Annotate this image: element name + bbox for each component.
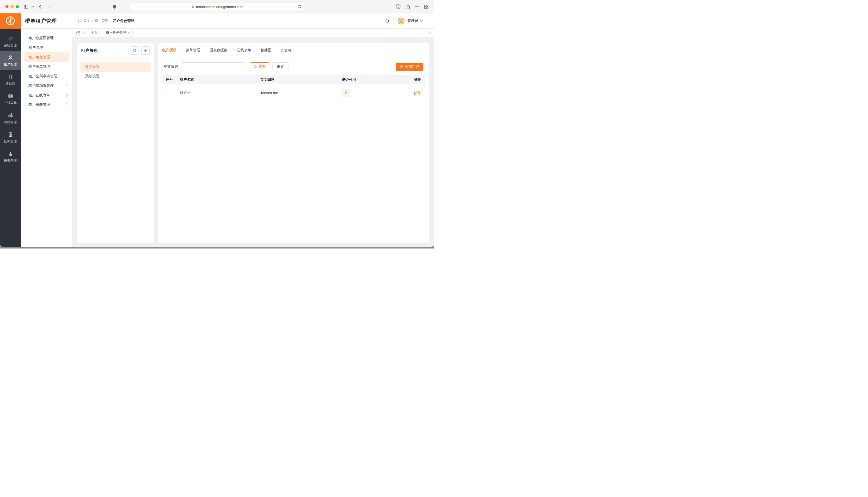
tab-tenant-auth[interactable]: 租户授权 xyxy=(162,45,177,56)
search-icon xyxy=(254,65,257,69)
bar-chart-icon xyxy=(8,151,13,157)
tab-carousel[interactable]: 轮播图 xyxy=(261,45,272,56)
page-title: 橙单租户管理 xyxy=(25,17,57,25)
home-icon xyxy=(78,19,81,23)
collapse-menu-icon[interactable] xyxy=(75,30,81,35)
close-window-button[interactable] xyxy=(5,5,9,8)
minimize-window-button[interactable] xyxy=(11,5,14,8)
search-label: 英文编码 xyxy=(164,65,178,69)
tab-scroll-right-icon[interactable] xyxy=(429,31,431,34)
forward-icon[interactable] xyxy=(47,0,51,13)
menu-item-tenant-report[interactable]: 租户报表管理 xyxy=(20,100,72,110)
menu-item-tenant-role[interactable]: 租户角色管理 xyxy=(24,52,69,62)
zoom-window-button[interactable] xyxy=(16,5,19,8)
role-item-system[interactable]: 系统设置 xyxy=(80,72,151,81)
lock-icon xyxy=(191,5,195,9)
menu-item-tenant-menu[interactable]: 租户菜单管理 xyxy=(20,62,72,71)
user-name[interactable]: 管理员 xyxy=(408,18,418,23)
cell-english-code: TenantOne xyxy=(260,91,342,95)
query-button[interactable]: 查询 xyxy=(250,62,270,71)
tab-home[interactable]: 主页 xyxy=(88,30,100,36)
tab-tenant-role[interactable]: 租户角色管理 xyxy=(103,30,133,36)
table-row: 1 租户一 TenantOne 是 移除 xyxy=(162,84,425,102)
sidebar-toggle-icon[interactable] xyxy=(24,0,29,13)
plus-icon xyxy=(144,49,148,53)
chevron-right-icon xyxy=(66,103,68,106)
mobile-icon xyxy=(8,74,13,80)
tab-menu-mgmt[interactable]: 菜单管理 xyxy=(186,45,200,56)
divider xyxy=(394,18,394,24)
sidebar-item-online-form[interactable]: 在线表单 xyxy=(0,90,20,109)
table-header: 序号 租户名称 英文编码 是否可用 操作 xyxy=(162,75,425,84)
status-badge: 是 xyxy=(342,89,350,97)
divider xyxy=(81,58,150,59)
menu-item-tenant-mobile[interactable]: 租户移动端管理 xyxy=(20,81,72,90)
primary-sidebar: 系统管理 租户管理 移动端 在线表单 流程管理 任务管理 xyxy=(0,29,20,247)
breadcrumb-parent[interactable]: 租户管理 xyxy=(95,18,109,23)
close-tab-icon[interactable] xyxy=(127,32,130,34)
sidebar-item-process[interactable]: 流程管理 xyxy=(0,109,20,128)
tenant-auth-panel: 租户授权 菜单管理 报表数据集 在线表单 轮播图 九宫格 英文编码 查询 xyxy=(158,43,429,243)
form-icon xyxy=(8,93,13,99)
tab-grid-nine[interactable]: 九宫格 xyxy=(281,45,292,56)
cell-tenant-name: 租户一 xyxy=(180,91,260,95)
sliders-icon xyxy=(8,112,13,118)
share-icon[interactable] xyxy=(405,0,411,13)
role-item-business[interactable]: 业务设置 xyxy=(80,62,151,72)
new-tab-icon[interactable] xyxy=(415,0,419,13)
plus-icon xyxy=(400,65,403,68)
tab-online-form[interactable]: 在线表单 xyxy=(237,45,251,56)
sidebar-item-reports[interactable]: 报表管理 xyxy=(0,147,20,167)
app-header: 橙单租户管理 首页 / 租户管理 / 租户角色管理 xyxy=(0,13,434,29)
menu-item-tenant-online-form[interactable]: 租户在线表单 xyxy=(20,90,72,100)
url-bar[interactable]: tenantadmin.orangeforms.com xyxy=(130,3,304,11)
tab-scroll-left-icon[interactable] xyxy=(83,31,85,34)
orange-wheel-icon xyxy=(5,15,16,26)
menu-item-tenant-dict[interactable]: 租户全局字典管理 xyxy=(20,71,72,81)
back-icon[interactable] xyxy=(38,0,42,13)
sidebar-item-system[interactable]: 系统管理 xyxy=(0,32,20,51)
browser-toolbar: tenantadmin.orangeforms.com xyxy=(0,0,434,13)
english-code-input[interactable] xyxy=(181,62,245,71)
traffic-lights xyxy=(5,0,19,13)
refresh-button[interactable] xyxy=(130,46,139,55)
chevron-right-icon xyxy=(66,84,68,87)
tab-overview-icon[interactable] xyxy=(424,0,429,13)
notification-bell-icon[interactable] xyxy=(384,18,390,24)
add-tenant-button[interactable]: 添加租户 xyxy=(396,63,424,71)
sidebar-item-mobile[interactable]: 移动端 xyxy=(0,70,20,90)
header-right: 管理员 xyxy=(384,17,423,25)
url-text: tenantadmin.orangeforms.com xyxy=(196,5,243,9)
tasks-icon xyxy=(8,131,13,138)
refresh-icon xyxy=(133,48,137,53)
chevron-right-icon xyxy=(66,94,68,97)
add-role-button[interactable] xyxy=(141,46,150,55)
role-panel: 租户角色 业务设置 系统设置 xyxy=(77,43,154,243)
breadcrumb-home[interactable]: 首页 xyxy=(83,18,90,23)
search-toolbar: 英文编码 查询 重置 添加租户 xyxy=(162,62,425,71)
breadcrumb-current: 租户角色管理 xyxy=(113,18,134,23)
window-bottom-edge xyxy=(0,246,434,248)
role-panel-title: 租户角色 xyxy=(81,48,130,53)
sidebar-item-tasks[interactable]: 任务管理 xyxy=(0,128,20,147)
tab-report-dataset[interactable]: 报表数据集 xyxy=(209,45,228,56)
divider xyxy=(162,239,425,239)
downloads-icon[interactable] xyxy=(396,0,401,13)
avatar[interactable] xyxy=(397,17,405,25)
tenant-table: 序号 租户名称 英文编码 是否可用 操作 1 租户一 TenantOne 是 移… xyxy=(162,75,425,102)
remove-link[interactable]: 移除 xyxy=(414,91,421,95)
privacy-shield-icon[interactable] xyxy=(112,0,116,13)
reset-button[interactable]: 重置 xyxy=(273,62,288,71)
app-logo[interactable] xyxy=(0,13,20,29)
user-chevron-down-icon[interactable] xyxy=(420,20,423,22)
menu-item-tenant-mgmt[interactable]: 租户管理 xyxy=(20,43,72,52)
gear-icon xyxy=(8,36,13,42)
sidebar-item-tenant[interactable]: 租户管理 xyxy=(0,51,20,71)
sidebar-chevron-down-icon[interactable] xyxy=(31,0,34,13)
panel-tabs: 租户授权 菜单管理 报表数据集 在线表单 轮播图 九宫格 xyxy=(162,45,425,56)
page-tabbar: 主页 租户角色管理 xyxy=(72,29,434,37)
reload-icon[interactable] xyxy=(297,5,302,9)
browser-window: tenantadmin.orangeforms.com xyxy=(0,0,434,247)
breadcrumb: 首页 / 租户管理 / 租户角色管理 xyxy=(78,18,134,23)
menu-item-tenant-datasource[interactable]: 租户数据源管理 xyxy=(20,33,72,43)
